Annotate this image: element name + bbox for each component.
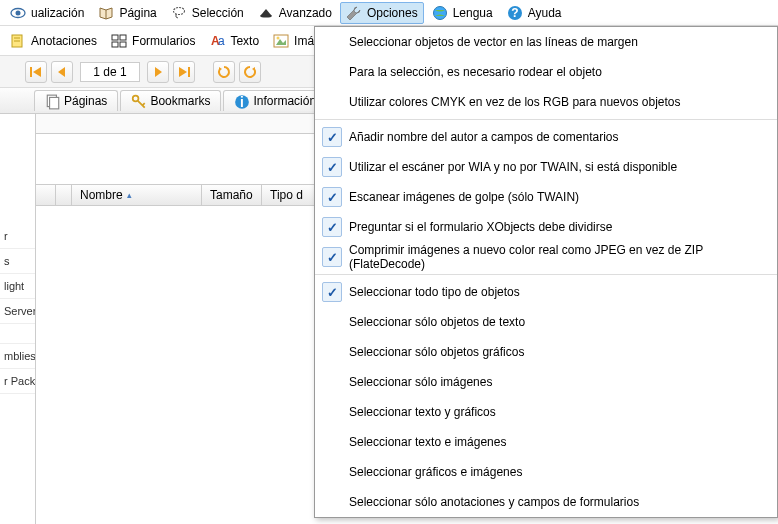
svg-rect-11	[112, 35, 118, 40]
menu-separator	[315, 274, 777, 275]
menu-label: Avanzado	[279, 6, 332, 20]
svg-rect-13	[112, 42, 118, 47]
menu-item[interactable]: Utilizar colores CMYK en vez de los RGB …	[315, 87, 777, 117]
menu-item-checked[interactable]: ✓Escanear imágenes de golpe (sólo TWAIN)	[315, 182, 777, 212]
menu-label: ualización	[31, 6, 84, 20]
svg-rect-25	[188, 67, 190, 77]
menu-ayuda[interactable]: ? Ayuda	[501, 2, 568, 24]
svg-marker-24	[179, 67, 187, 77]
nav-rotate-button[interactable]	[239, 61, 261, 83]
svg-line-32	[143, 103, 145, 105]
menu-avanzado[interactable]: Avanzado	[252, 2, 338, 24]
check-icon: ✓	[322, 187, 342, 207]
menu-label: Opciones	[367, 6, 418, 20]
svg-marker-26	[219, 67, 222, 71]
svg-marker-23	[155, 67, 162, 77]
help-icon: ?	[507, 5, 523, 21]
menu-item[interactable]: Seleccionar sólo objetos de texto	[315, 307, 777, 337]
menu-item[interactable]: Seleccionar sólo imágenes	[315, 367, 777, 397]
globe-icon	[432, 5, 448, 21]
tab-bookmarks[interactable]: Bookmarks	[120, 90, 221, 111]
svg-point-3	[173, 7, 184, 14]
tree-item[interactable]: Server C	[0, 299, 35, 324]
tree-item[interactable]	[0, 324, 35, 344]
tab-paginas[interactable]: Páginas	[34, 90, 118, 111]
hat-icon	[258, 5, 274, 21]
sort-asc-icon: ▴	[127, 190, 132, 200]
column-label: Nombre	[80, 188, 123, 202]
grid-expand-col	[36, 185, 56, 205]
menu-seleccion[interactable]: Selección	[165, 2, 250, 24]
svg-marker-22	[58, 67, 65, 77]
menu-label: Lengua	[453, 6, 493, 20]
tree-item[interactable]: s	[0, 249, 35, 274]
note-icon	[10, 33, 26, 49]
svg-text:a: a	[218, 34, 225, 48]
menu-separator	[315, 119, 777, 120]
menu-lengua[interactable]: Lengua	[426, 2, 499, 24]
svg-point-5	[433, 6, 446, 19]
menu-item-checked[interactable]: ✓Preguntar si el formulario XObjects deb…	[315, 212, 777, 242]
image-icon	[273, 33, 289, 49]
column-label: Tamaño	[210, 188, 253, 202]
tree-item[interactable]: light	[0, 274, 35, 299]
pages-icon	[45, 94, 59, 108]
svg-point-4	[260, 14, 272, 17]
column-label: Tipo d	[270, 188, 303, 202]
menu-visualizacion[interactable]: ualización	[4, 2, 90, 24]
nav-next-button[interactable]	[147, 61, 169, 83]
menu-pagina[interactable]: Página	[92, 2, 162, 24]
menu-opciones[interactable]: Opciones	[340, 2, 424, 24]
tool-texto[interactable]: Aa Texto	[203, 30, 265, 52]
menu-item[interactable]: Seleccionar texto y gráficos	[315, 397, 777, 427]
tool-anotaciones[interactable]: Anotaciones	[4, 30, 103, 52]
form-icon	[111, 33, 127, 49]
grid-icon-col	[56, 185, 72, 205]
nav-refresh-button[interactable]	[213, 61, 235, 83]
tab-informacion[interactable]: i Información	[223, 90, 327, 111]
tool-label: Anotaciones	[31, 34, 97, 48]
menu-item-checked[interactable]: ✓Seleccionar todo tipo de objetos	[315, 277, 777, 307]
menu-label: Selección	[192, 6, 244, 20]
menu-label: Ayuda	[528, 6, 562, 20]
menu-item[interactable]: Para la selección, es necesario rodear e…	[315, 57, 777, 87]
opciones-dropdown: Seleccionar objetos de vector en las lín…	[314, 26, 778, 518]
text-icon: Aa	[209, 33, 225, 49]
svg-rect-14	[120, 42, 126, 47]
check-icon: ✓	[322, 127, 342, 147]
svg-point-30	[133, 96, 139, 102]
lasso-icon	[171, 5, 187, 21]
column-tamano[interactable]: Tamaño	[202, 185, 262, 205]
check-icon: ✓	[322, 247, 342, 267]
svg-point-19	[277, 36, 280, 39]
nav-last-button[interactable]	[173, 61, 195, 83]
eye-icon	[10, 5, 26, 21]
column-nombre[interactable]: Nombre ▴	[72, 185, 202, 205]
menu-item-checked[interactable]: ✓Utilizar el escáner por WIA y no por TW…	[315, 152, 777, 182]
menu-item[interactable]: Seleccionar sólo objetos gráficos	[315, 337, 777, 367]
svg-marker-27	[252, 67, 255, 71]
svg-text:i: i	[241, 95, 245, 110]
page-number-input[interactable]	[80, 62, 140, 82]
nav-prev-button[interactable]	[51, 61, 73, 83]
check-icon: ✓	[322, 282, 342, 302]
menu-item[interactable]: Seleccionar sólo anotaciones y campos de…	[315, 487, 777, 517]
svg-rect-20	[30, 67, 32, 77]
tool-formularios[interactable]: Formularios	[105, 30, 201, 52]
tree-item[interactable]: r Pack	[0, 369, 35, 394]
svg-marker-21	[33, 67, 41, 77]
menu-item[interactable]: Seleccionar gráficos e imágenes	[315, 457, 777, 487]
tree-item[interactable]: mblies	[0, 344, 35, 369]
svg-point-1	[16, 10, 21, 15]
folder-tree-panel: r s light Server C mblies r Pack	[0, 114, 36, 524]
bookmark-icon	[131, 94, 145, 108]
menu-item[interactable]: Seleccionar texto e imágenes	[315, 427, 777, 457]
menu-item[interactable]: Seleccionar objetos de vector en las lín…	[315, 27, 777, 57]
tab-label: Información	[253, 94, 316, 108]
nav-first-button[interactable]	[25, 61, 47, 83]
menu-item-checked[interactable]: ✓Comprimir imágenes a nuevo color real c…	[315, 242, 777, 272]
svg-rect-12	[120, 35, 126, 40]
menu-label: Página	[119, 6, 156, 20]
menu-item-checked[interactable]: ✓Añadir nombre del autor a campos de com…	[315, 122, 777, 152]
tree-item[interactable]: r	[0, 224, 35, 249]
